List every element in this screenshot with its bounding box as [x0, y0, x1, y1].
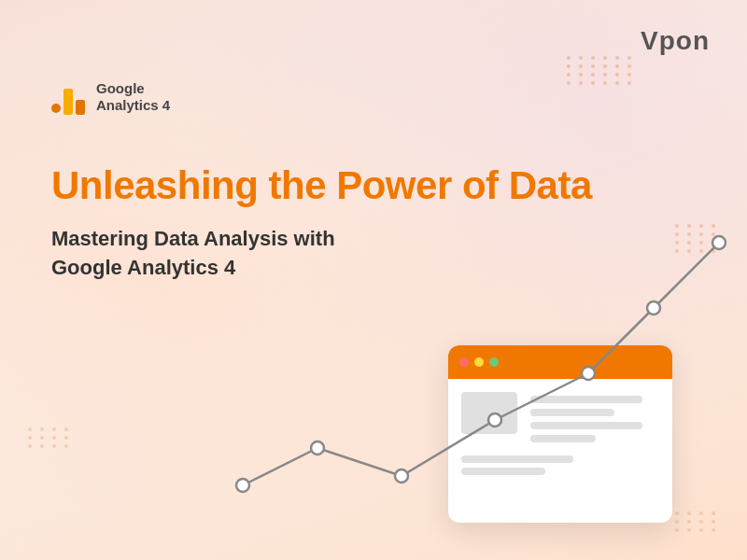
vpon-logo: Vpon — [641, 26, 710, 56]
content-line-2 — [530, 409, 614, 416]
main-headline-section: Unleashing the Power of Data Mastering D… — [51, 163, 592, 283]
browser-dot-green — [489, 357, 499, 367]
dots-bottom-right — [675, 511, 719, 532]
content-line-1 — [530, 396, 642, 403]
ga4-google-label: Google — [96, 80, 170, 97]
browser-dot-yellow — [474, 357, 484, 367]
sub-line-2: Google Analytics 4 — [51, 256, 235, 279]
dots-left — [28, 427, 72, 448]
content-line-4 — [530, 435, 596, 442]
browser-content — [448, 379, 672, 488]
bar-big — [63, 89, 73, 115]
sub-headline: Mastering Data Analysis with Google Anal… — [51, 225, 592, 283]
ga4-analytics-label: Analytics 4 — [96, 97, 170, 114]
sub-line-1: Mastering Data Analysis with — [51, 227, 335, 250]
browser-toolbar — [448, 345, 672, 379]
bar-small — [76, 100, 85, 115]
browser-dot-red — [459, 357, 469, 367]
bar-dot — [51, 104, 61, 113]
ga4-icon — [51, 79, 85, 115]
ga4-badge: Google Analytics 4 — [51, 79, 170, 115]
dots-top-right — [567, 56, 635, 85]
main-headline: Unleashing the Power of Data — [51, 163, 592, 208]
content-image-placeholder — [461, 392, 517, 434]
content-line-5 — [461, 455, 573, 463]
dots-mid-right — [675, 224, 719, 253]
content-lines — [530, 396, 642, 442]
ga4-text: Google Analytics 4 — [96, 80, 170, 114]
browser-window — [448, 345, 672, 523]
content-line-6 — [461, 468, 545, 475]
content-line-3 — [530, 422, 642, 429]
